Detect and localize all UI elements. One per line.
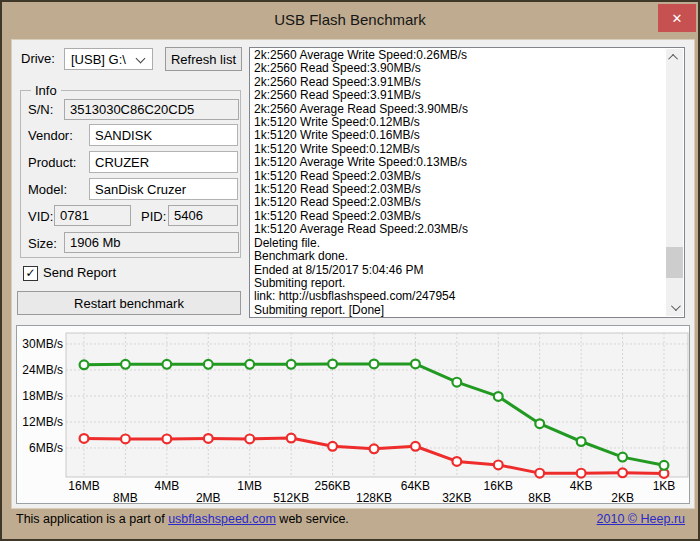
check-icon: ✓ [25, 267, 35, 279]
log-lines: 2k:2560 Average Write Speed:0.26MB/s2k:2… [254, 49, 664, 317]
pid-field[interactable] [168, 205, 238, 226]
drive-select-value: [USB] G:\ [71, 52, 126, 67]
log-line: 2k:2560 Read Speed:3.90MB/s [254, 62, 664, 75]
svg-text:30MB/s: 30MB/s [22, 337, 63, 351]
window-title: USB Flash Benchmark [2, 11, 698, 28]
log-scrollbar[interactable] [666, 49, 683, 316]
product-label: Product: [28, 155, 76, 170]
log-line: 2k:2560 Average Write Speed:0.26MB/s [254, 49, 664, 62]
send-report-checkbox[interactable]: ✓ [23, 266, 38, 281]
log-line: 1k:5120 Write Speed:0.16MB/s [254, 129, 664, 142]
size-field[interactable] [64, 232, 239, 253]
size-label: Size: [28, 236, 57, 251]
chevron-up-icon [668, 54, 678, 64]
log-line: 1k:5120 Average Write Speed:0.13MB/s [254, 156, 664, 169]
model-field[interactable] [89, 178, 238, 200]
log-line: 1k:5120 Read Speed:2.03MB/s [254, 210, 664, 223]
drive-label: Drive: [21, 51, 55, 66]
info-group-label: Info [31, 83, 61, 98]
pid-label: PID: [141, 209, 166, 224]
vid-field[interactable] [54, 205, 131, 226]
svg-text:8MB: 8MB [113, 491, 138, 503]
svg-text:4MB: 4MB [155, 479, 180, 493]
usbflashspeed-link[interactable]: usbflashspeed.com [168, 512, 276, 526]
svg-text:128KB: 128KB [356, 491, 392, 503]
chevron-down-icon [671, 301, 681, 311]
scrollbar-thumb[interactable] [666, 247, 683, 278]
svg-text:18MB/s: 18MB/s [22, 389, 63, 403]
svg-text:1KB: 1KB [653, 479, 676, 493]
benchmark-chart: 30MB/s24MB/s18MB/s12MB/s6MB/s16MB8MB4MB2… [17, 326, 689, 503]
log-line: 1k:5120 Read Speed:2.03MB/s [254, 170, 664, 183]
svg-text:8KB: 8KB [528, 491, 551, 503]
client-area: Drive: [USB] G:\ Refresh list Info S/N: … [11, 39, 695, 509]
close-icon: ✕ [672, 11, 683, 26]
log-output[interactable]: 2k:2560 Average Write Speed:0.26MB/s2k:2… [249, 47, 685, 318]
svg-text:512KB: 512KB [273, 491, 309, 503]
chart-panel: 30MB/s24MB/s18MB/s12MB/s6MB/s16MB8MB4MB2… [16, 325, 690, 504]
restart-benchmark-button[interactable]: Restart benchmark [17, 291, 241, 315]
log-line: 2k:2560 Read Speed:3.91MB/s [254, 76, 664, 89]
svg-text:64KB: 64KB [401, 479, 430, 493]
status-text: This application is a part of usbflashsp… [16, 512, 349, 526]
scroll-up-button[interactable] [666, 49, 683, 66]
send-report-label: Send Report [43, 265, 116, 280]
drive-select[interactable]: [USB] G:\ [64, 48, 153, 70]
log-line: 1k:5120 Average Read Speed:2.03MB/s [254, 223, 664, 236]
sn-field[interactable] [64, 99, 239, 120]
close-button[interactable]: ✕ [658, 4, 696, 32]
log-line: Deleting file. [254, 237, 664, 250]
log-line: 2k:2560 Read Speed:3.91MB/s [254, 89, 664, 102]
svg-text:12MB/s: 12MB/s [22, 415, 63, 429]
status-suffix: web service. [276, 512, 349, 526]
sn-label: S/N: [28, 102, 53, 117]
svg-text:32KB: 32KB [442, 491, 471, 503]
svg-text:2KB: 2KB [611, 491, 634, 503]
svg-text:24MB/s: 24MB/s [22, 363, 63, 377]
log-line: Ended at 8/15/2017 5:04:46 PM [254, 264, 664, 277]
log-line: link: http://usbflashspeed.com/247954 [254, 290, 664, 303]
svg-text:256KB: 256KB [315, 479, 351, 493]
product-field[interactable] [89, 151, 238, 173]
vendor-field[interactable] [89, 124, 238, 146]
svg-text:4KB: 4KB [570, 479, 593, 493]
refresh-list-button[interactable]: Refresh list [165, 47, 242, 71]
scroll-down-button[interactable] [666, 299, 683, 316]
log-line: 1k:5120 Write Speed:0.12MB/s [254, 143, 664, 156]
status-prefix: This application is a part of [16, 512, 168, 526]
copyright-link[interactable]: 2010 © Heep.ru [597, 512, 685, 526]
svg-text:6MB/s: 6MB/s [29, 441, 63, 455]
model-label: Model: [28, 182, 67, 197]
log-line: Submiting report. [254, 277, 664, 290]
log-line: 1k:5120 Read Speed:2.03MB/s [254, 183, 664, 196]
svg-text:1MB: 1MB [237, 479, 262, 493]
vid-label: VID: [28, 209, 53, 224]
log-line: 2k:2560 Average Read Speed:3.90MB/s [254, 103, 664, 116]
app-window: USB Flash Benchmark ✕ Drive: [USB] G:\ R… [0, 0, 700, 541]
chevron-down-icon [136, 54, 146, 64]
log-line: 1k:5120 Write Speed:0.12MB/s [254, 116, 664, 129]
log-line: Submiting report. [Done] [254, 304, 664, 317]
svg-text:2MB: 2MB [196, 491, 221, 503]
vendor-label: Vendor: [28, 128, 73, 143]
svg-text:16KB: 16KB [484, 479, 513, 493]
svg-text:16MB: 16MB [68, 479, 99, 493]
info-group: Info S/N: Vendor: Product: Model: VID: P… [20, 90, 241, 258]
log-line: Benchmark done. [254, 250, 664, 263]
log-line: 1k:5120 Read Speed:2.03MB/s [254, 196, 664, 209]
